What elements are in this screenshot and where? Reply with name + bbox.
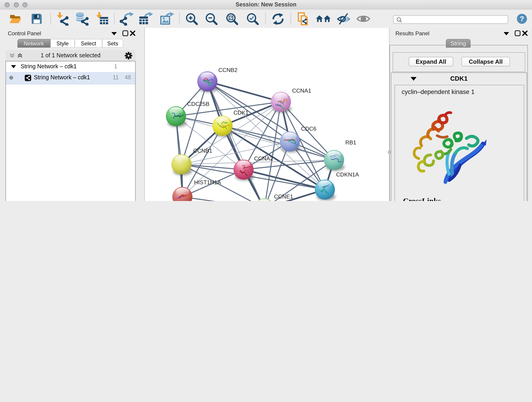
svg-text:?: ?	[519, 15, 524, 23]
svg-text:CCNE1: CCNE1	[274, 193, 293, 200]
svg-text:CDC6: CDC6	[301, 126, 317, 132]
svg-text:CCNA1: CCNA1	[292, 88, 311, 94]
svg-text:CCNB1: CCNB1	[193, 148, 212, 154]
svg-text:CCNB2: CCNB2	[218, 67, 237, 73]
svg-text:CDC25B: CDC25B	[187, 101, 209, 107]
svg-text:HIST1H1A: HIST1H1A	[194, 179, 221, 185]
svg-text:CDK1: CDK1	[234, 109, 249, 116]
svg-text:CCNA2: CCNA2	[254, 155, 273, 162]
svg-text:CDKN1A: CDKN1A	[336, 172, 359, 178]
svg-text:RB1: RB1	[345, 139, 356, 146]
